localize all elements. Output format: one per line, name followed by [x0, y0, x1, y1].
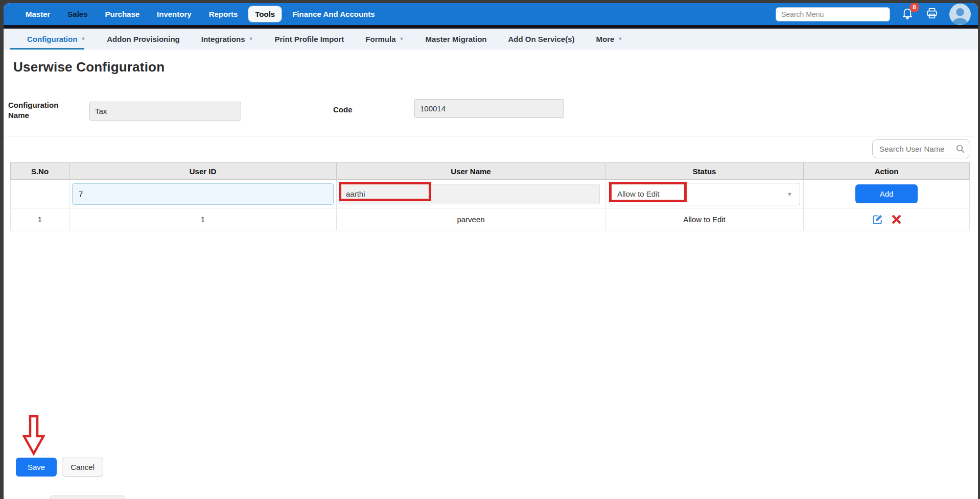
column-header-status: Status: [605, 163, 804, 180]
annotation-down-arrow: [22, 415, 45, 456]
table-row: 1 1 parveen Allow to Edit: [11, 208, 970, 230]
nav-item-finance-and-accounts[interactable]: Finance And Accounts: [286, 6, 381, 22]
chevron-down-icon: ▼: [618, 37, 622, 41]
printer-icon: [925, 7, 939, 22]
nav-item-sales[interactable]: Sales: [61, 6, 94, 22]
page-title: Userwise Configuration: [13, 59, 978, 75]
nav-item-tools[interactable]: Tools: [248, 6, 282, 22]
edit-icon[interactable]: [872, 213, 883, 225]
subnav-item-add-on-services[interactable]: Add On Service(s): [497, 29, 585, 50]
subnav-label: Print Profile Import: [275, 35, 344, 43]
tools-sub-navigation: Configuration ▼ Addon Provisioning Integ…: [4, 29, 978, 50]
row-status: Allow to Edit: [605, 208, 804, 230]
subnav-label: Integrations: [201, 35, 245, 43]
chevron-down-icon: ▼: [81, 37, 85, 41]
save-button[interactable]: Save: [16, 458, 57, 477]
subnav-item-print-profile-import[interactable]: Print Profile Import: [264, 29, 355, 50]
column-header-user-id: User ID: [69, 163, 337, 180]
cutoff-element: [49, 495, 126, 499]
entry-status-cell: Allow to Edit ▼: [605, 180, 804, 208]
row-action: [804, 208, 970, 230]
entry-sno-cell: [11, 180, 69, 208]
column-header-user-name: User Name: [337, 163, 605, 180]
code-field: [414, 99, 564, 118]
subnav-label: Add On Service(s): [508, 35, 574, 43]
subnav-item-more[interactable]: More ▼: [586, 29, 634, 50]
notifications-button[interactable]: 8: [900, 7, 915, 21]
search-menu-input[interactable]: [776, 7, 890, 21]
userwise-configuration-table: S.No User ID User Name Status Action aar…: [10, 162, 970, 230]
nav-item-purchase[interactable]: Purchase: [99, 6, 147, 22]
subnav-label: Master Migration: [425, 35, 486, 43]
chevron-down-icon: ▼: [249, 37, 253, 41]
person-icon: [949, 5, 971, 25]
user-avatar[interactable]: [949, 4, 971, 25]
nav-item-inventory[interactable]: Inventory: [150, 6, 198, 22]
nav-item-master[interactable]: Master: [19, 6, 57, 22]
search-icon[interactable]: [955, 144, 965, 156]
active-tab-indicator: [10, 48, 84, 50]
configuration-name-label: Configuration Name: [8, 100, 69, 121]
entry-row: aarthi Allow to Edit ▼ Add: [11, 180, 970, 208]
subnav-label: Formula: [365, 35, 395, 43]
row-user-name: parveen: [337, 208, 605, 230]
column-header-action: Action: [804, 163, 970, 180]
code-label: Code: [333, 105, 353, 115]
nav-item-reports[interactable]: Reports: [202, 6, 245, 22]
cancel-button[interactable]: Cancel: [62, 458, 103, 477]
user-id-input[interactable]: [72, 183, 334, 205]
add-button[interactable]: Add: [855, 184, 918, 203]
column-header-sno: S.No: [11, 163, 69, 180]
entry-user-name-cell: aarthi: [337, 180, 605, 208]
chevron-down-icon: ▼: [400, 37, 404, 41]
subnav-label: Addon Provisioning: [107, 35, 180, 43]
row-user-id: 1: [69, 208, 337, 230]
subnav-item-addon-provisioning[interactable]: Addon Provisioning: [96, 29, 191, 50]
configuration-name-field: [89, 102, 241, 121]
subnav-item-master-migration[interactable]: Master Migration: [414, 29, 497, 50]
configuration-form: Configuration Name Code: [4, 75, 978, 136]
search-user-wrap: [872, 139, 970, 158]
subnav-item-configuration[interactable]: Configuration ▼: [16, 29, 96, 50]
notification-badge: 8: [909, 3, 919, 12]
subnav-item-integrations[interactable]: Integrations ▼: [191, 29, 264, 50]
topbar-right-group: 8: [776, 4, 971, 25]
chevron-down-icon: ▼: [787, 191, 792, 197]
subnav-label: More: [596, 35, 615, 43]
row-sno: 1: [11, 208, 69, 230]
delete-icon[interactable]: [892, 215, 901, 224]
app-window: Master Sales Purchase Inventory Reports …: [4, 3, 978, 499]
subnav-item-formula[interactable]: Formula ▼: [355, 29, 414, 50]
main-menu: Master Sales Purchase Inventory Reports …: [19, 6, 382, 22]
print-button[interactable]: [925, 7, 939, 21]
entry-action-cell: Add: [804, 180, 970, 208]
entry-user-id-cell: [69, 180, 337, 208]
status-selected-value: Allow to Edit: [617, 189, 660, 198]
subnav-label: Configuration: [27, 35, 77, 43]
user-name-field: aarthi: [339, 184, 600, 204]
top-navigation-bar: Master Sales Purchase Inventory Reports …: [4, 3, 978, 29]
table-header-row: S.No User ID User Name Status Action: [11, 163, 970, 180]
status-dropdown[interactable]: Allow to Edit ▼: [610, 183, 800, 205]
